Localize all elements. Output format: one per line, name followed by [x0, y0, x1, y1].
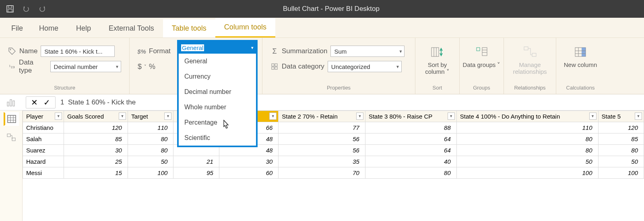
data-grid[interactable]: Player▼ Goals Scored▼ Target▼ Goals k t …	[23, 110, 644, 221]
tag-icon	[8, 47, 16, 55]
table-row[interactable]: Salah85804856648085	[23, 133, 644, 145]
formula-input[interactable]: 1 State 1 60% - Kick the xxxxxxxxxxxxxxx…	[56, 98, 644, 106]
col-state2[interactable]: State 2 70% - Retain▼	[279, 111, 365, 122]
svg-rect-18	[582, 48, 586, 56]
format-option-scientific[interactable]: Scientific	[179, 130, 256, 146]
svg-rect-15	[524, 47, 528, 50]
format-select-input[interactable]: General ▾	[179, 42, 256, 54]
svg-point-3	[10, 49, 11, 50]
datatype-label: Data type	[19, 58, 47, 75]
save-icon[interactable]	[6, 4, 14, 13]
filter-icon[interactable]: ▼	[635, 113, 642, 120]
tab-home[interactable]: Home	[30, 19, 67, 38]
svg-rect-6	[272, 67, 274, 69]
format-option-currency[interactable]: Currency	[179, 69, 256, 84]
format-option-whole[interactable]: Whole number	[179, 100, 256, 115]
percent-button[interactable]: %	[149, 63, 155, 71]
sort-by-column-button[interactable]: Sort by column ˅	[417, 44, 458, 75]
filter-icon[interactable]: ▼	[164, 113, 171, 120]
view-rail	[0, 110, 23, 221]
table-row[interactable]: Messi1510095607080100100	[23, 167, 644, 179]
commit-formula-button[interactable]: ✓	[43, 98, 50, 107]
undo-icon[interactable]	[22, 4, 31, 13]
data-view-button[interactable]	[4, 112, 19, 126]
group-label-structure: Structure	[8, 85, 121, 92]
relationships-icon	[523, 45, 537, 59]
header-row: Player▼ Goals Scored▼ Target▼ Goals k t …	[23, 111, 644, 122]
svg-rect-5	[275, 64, 277, 66]
col-goals-scored[interactable]: Goals Scored▼	[64, 111, 128, 122]
filter-icon[interactable]: ▼	[55, 113, 62, 120]
model-view-button[interactable]	[4, 131, 19, 144]
svg-rect-30	[7, 134, 10, 137]
summarization-label: Summarization	[282, 47, 327, 55]
svg-rect-23	[10, 100, 12, 106]
new-column-icon	[574, 45, 587, 59]
svg-rect-11	[477, 48, 480, 51]
filter-icon[interactable]: ▼	[448, 113, 455, 120]
formula-bar: ✕ ✓ 1 State 1 60% - Kick the xxxxxxxxxxx…	[0, 94, 644, 110]
summarization-select[interactable]: Sum▼	[330, 46, 405, 57]
svg-rect-22	[7, 102, 9, 106]
tab-external-tools[interactable]: External Tools	[100, 19, 163, 38]
svg-rect-8	[431, 48, 439, 56]
cancel-formula-button[interactable]: ✕	[31, 98, 38, 107]
svg-rect-25	[8, 115, 16, 123]
chevron-down-icon: ▾	[251, 45, 254, 50]
col-state4[interactable]: State 4 100% - Do Anything to Retain▼	[456, 111, 598, 122]
svg-rect-1	[8, 6, 12, 8]
col-state3[interactable]: State 3 80% - Raise CP▼	[365, 111, 456, 122]
format-option-general[interactable]: General	[179, 54, 256, 69]
filter-icon[interactable]: ▼	[269, 113, 277, 120]
datatype-icon: ¹₂₃	[8, 63, 16, 71]
ribbon-tabs: File Home Help External Tools Table tool…	[0, 18, 644, 38]
title-bar: Bullet Chart - Power BI Desktop	[0, 0, 644, 18]
svg-rect-31	[12, 138, 15, 141]
format-icon: $%	[138, 47, 146, 55]
format-dropdown: General ▾ General Currency Decimal numbe…	[177, 40, 258, 147]
col-player[interactable]: Player▼	[23, 111, 64, 122]
format-option-decimal[interactable]: Decimal number	[179, 84, 256, 100]
svg-rect-16	[532, 53, 536, 56]
tab-column-tools[interactable]: Column tools	[215, 18, 275, 38]
svg-rect-0	[7, 6, 13, 12]
table-row[interactable]: Suarez30804856648080	[23, 145, 644, 156]
col-target[interactable]: Target▼	[128, 111, 173, 122]
manage-relationships-button[interactable]: Manage relationships	[510, 44, 550, 75]
report-view-icon[interactable]	[6, 98, 16, 107]
group-label-sort: Sort	[433, 85, 442, 92]
ribbon: Name State 1 60% - Kick t... ¹₂₃ Data ty…	[0, 38, 644, 94]
datatype-select[interactable]: Decimal number▼	[50, 61, 121, 72]
data-groups-button[interactable]: Data groups ˅	[462, 44, 502, 68]
groups-icon	[475, 45, 489, 59]
tab-table-tools[interactable]: Table tools	[163, 19, 215, 38]
group-label-relationships: Relationships	[514, 85, 545, 92]
category-label: Data category	[282, 63, 324, 71]
new-column-button[interactable]: New column	[560, 44, 601, 68]
sort-icon	[431, 45, 444, 59]
filter-icon[interactable]: ▼	[356, 113, 363, 120]
group-label-properties: Properties	[270, 85, 407, 92]
table-row[interactable]: Hazard2550213035405050	[23, 156, 644, 167]
filter-icon[interactable]: ▼	[589, 113, 597, 120]
group-label-calculations: Calculations	[566, 85, 595, 92]
category-icon	[270, 63, 279, 71]
column-name-input[interactable]: State 1 60% - Kick t...	[41, 46, 115, 57]
window-title: Bullet Chart - Power BI Desktop	[47, 5, 640, 13]
filter-icon[interactable]: ▼	[119, 113, 126, 120]
format-option-percentage[interactable]: Percentage	[179, 115, 256, 130]
group-label-groups: Groups	[473, 85, 490, 92]
currency-button[interactable]: $	[138, 63, 142, 71]
svg-rect-4	[272, 64, 274, 66]
svg-rect-12	[482, 48, 487, 56]
redo-icon[interactable]	[38, 4, 47, 13]
col-state5[interactable]: State 5▼	[598, 111, 644, 122]
category-select[interactable]: Uncategorized▼	[328, 61, 402, 72]
tab-file[interactable]: File	[4, 19, 30, 38]
table-row[interactable]: Christiano120110667788110120	[23, 122, 644, 133]
svg-rect-2	[8, 9, 12, 12]
tab-help[interactable]: Help	[67, 19, 100, 38]
sigma-icon	[270, 47, 279, 55]
svg-rect-7	[275, 67, 277, 69]
name-label: Name	[19, 47, 37, 55]
